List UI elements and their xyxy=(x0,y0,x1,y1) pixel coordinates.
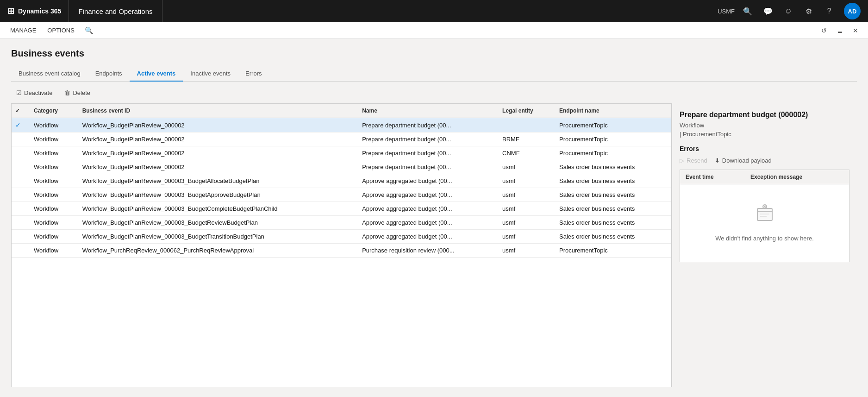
page-title: Business events xyxy=(11,48,857,59)
table-row[interactable]: WorkflowWorkflow_BudgetPlanReview_000002… xyxy=(12,132,671,146)
options-button[interactable]: OPTIONS xyxy=(43,22,79,38)
row-endpoint: Sales order business events xyxy=(554,216,671,230)
deactivate-label: Deactivate xyxy=(24,89,52,96)
help-icon[interactable]: ? xyxy=(820,0,838,22)
col-legal-entity: Legal entity xyxy=(497,104,554,118)
brand-dynamics-label: Dynamics 365 xyxy=(18,7,61,15)
row-category: Workflow xyxy=(28,146,77,160)
empty-state: We didn't find anything to show here. xyxy=(680,184,849,260)
table-row[interactable]: WorkflowWorkflow_BudgetPlanReview_000003… xyxy=(12,216,671,230)
download-payload-button[interactable]: ⬇ Download payload xyxy=(715,157,772,164)
row-name: Purchase requisition review (000... xyxy=(356,244,497,258)
dynamics-logo: ⊞ xyxy=(7,6,14,16)
row-check[interactable] xyxy=(12,244,28,258)
tab-catalog[interactable]: Business event catalog xyxy=(11,66,88,82)
row-check[interactable] xyxy=(12,160,28,174)
search-icon[interactable]: 🔍 xyxy=(738,0,757,22)
tab-inactive-events[interactable]: Inactive events xyxy=(183,66,238,82)
row-legal-entity: usmf xyxy=(497,188,554,202)
table-row[interactable]: WorkflowWorkflow_BudgetPlanReview_000002… xyxy=(12,146,671,160)
col-name: Name xyxy=(356,104,497,118)
row-endpoint: ProcurementTopic xyxy=(554,244,671,258)
company-code: USMF xyxy=(718,8,735,15)
row-check[interactable] xyxy=(12,174,28,188)
brand-module-label: Finance and Operations xyxy=(78,7,152,15)
col-event-time: Event time xyxy=(680,170,745,184)
errors-table-header: Event time Exception message xyxy=(680,170,849,184)
row-event-id: Workflow_BudgetPlanReview_000003_BudgetT… xyxy=(77,230,356,244)
user-avatar[interactable]: AD xyxy=(844,3,861,19)
events-table-wrapper[interactable]: ✓ Category Business event ID Name Legal … xyxy=(11,103,672,387)
row-category: Workflow xyxy=(28,244,77,258)
content-area: ✓ Category Business event ID Name Legal … xyxy=(11,103,857,387)
tab-active-events[interactable]: Active events xyxy=(130,66,183,82)
col-exception-msg: Exception message xyxy=(745,170,849,184)
errors-table: Event time Exception message xyxy=(680,170,849,184)
col-endpoint: Endpoint name xyxy=(554,104,671,118)
chat-icon[interactable]: 💬 xyxy=(759,0,777,22)
smiley-icon[interactable]: ☺ xyxy=(779,0,798,22)
row-event-id: Workflow_BudgetPlanReview_000003_BudgetC… xyxy=(77,202,356,216)
row-name: Approve aggregated budget (00... xyxy=(356,188,497,202)
row-event-id: Workflow_BudgetPlanReview_000002 xyxy=(77,160,356,174)
row-category: Workflow xyxy=(28,188,77,202)
row-category: Workflow xyxy=(28,230,77,244)
detail-category: Workflow xyxy=(680,122,849,129)
row-check[interactable] xyxy=(12,132,28,146)
row-check[interactable] xyxy=(12,230,28,244)
table-row[interactable]: WorkflowWorkflow_BudgetPlanReview_000003… xyxy=(12,188,671,202)
resend-icon: ▷ xyxy=(680,157,684,164)
row-category: Workflow xyxy=(28,118,77,132)
row-check[interactable] xyxy=(12,146,28,160)
errors-table-container: Event time Exception message xyxy=(680,170,849,262)
tab-bar: Business event catalog Endpoints Active … xyxy=(11,66,857,82)
table-row[interactable]: WorkflowWorkflow_BudgetPlanReview_000002… xyxy=(12,160,671,174)
row-endpoint: ProcurementTopic xyxy=(554,146,671,160)
row-endpoint: Sales order business events xyxy=(554,230,671,244)
download-payload-label: Download payload xyxy=(722,157,772,164)
row-legal-entity: usmf xyxy=(497,216,554,230)
main-content: Business events Business event catalog E… xyxy=(0,39,868,397)
row-legal-entity: BRMF xyxy=(497,132,554,146)
row-name: Prepare department budget (00... xyxy=(356,146,497,160)
detail-errors-title: Errors xyxy=(680,145,849,152)
table-row[interactable]: WorkflowWorkflow_BudgetPlanReview_000003… xyxy=(12,202,671,216)
delete-icon: 🗑 xyxy=(64,89,70,96)
row-check[interactable] xyxy=(12,188,28,202)
col-category: Category xyxy=(28,104,77,118)
minimize-button[interactable]: 🗕 xyxy=(833,24,847,37)
row-name: Approve aggregated budget (00... xyxy=(356,216,497,230)
tab-errors[interactable]: Errors xyxy=(238,66,269,82)
table-row[interactable]: ✓WorkflowWorkflow_BudgetPlanReview_00000… xyxy=(12,118,671,132)
row-category: Workflow xyxy=(28,174,77,188)
brand-module: Finance and Operations xyxy=(69,0,162,22)
manage-button[interactable]: MANAGE xyxy=(6,22,41,38)
toolbar-search-icon[interactable]: 🔍 xyxy=(85,26,94,35)
row-endpoint: Sales order business events xyxy=(554,188,671,202)
row-category: Workflow xyxy=(28,132,77,146)
table-header: ✓ Category Business event ID Name Legal … xyxy=(12,104,671,118)
refresh-button[interactable]: ↺ xyxy=(817,24,831,37)
row-legal-entity: usmf xyxy=(497,202,554,216)
tab-endpoints[interactable]: Endpoints xyxy=(88,66,130,82)
row-check[interactable] xyxy=(12,202,28,216)
brand-dynamics[interactable]: ⊞ Dynamics 365 xyxy=(0,0,69,22)
settings-icon[interactable]: ⚙ xyxy=(799,0,818,22)
row-name: Approve aggregated budget (00... xyxy=(356,230,497,244)
window-controls: ↺ 🗕 ✕ xyxy=(817,24,862,37)
row-category: Workflow xyxy=(28,216,77,230)
row-name: Prepare department budget (00... xyxy=(356,118,497,132)
resend-button[interactable]: ▷ Resend xyxy=(680,157,707,164)
table-row[interactable]: WorkflowWorkflow_PurchReqReview_000062_P… xyxy=(12,244,671,258)
table-row[interactable]: WorkflowWorkflow_BudgetPlanReview_000003… xyxy=(12,230,671,244)
table-row[interactable]: WorkflowWorkflow_BudgetPlanReview_000003… xyxy=(12,174,671,188)
col-event-id: Business event ID xyxy=(77,104,356,118)
close-button[interactable]: ✕ xyxy=(849,24,862,37)
row-check[interactable] xyxy=(12,216,28,230)
row-check[interactable]: ✓ xyxy=(12,118,28,132)
deactivate-button[interactable]: ☑ Deactivate xyxy=(11,87,57,99)
row-legal-entity: usmf xyxy=(497,230,554,244)
row-legal-entity: usmf xyxy=(497,174,554,188)
delete-button[interactable]: 🗑 Delete xyxy=(59,87,95,99)
row-name: Prepare department budget (00... xyxy=(356,132,497,146)
